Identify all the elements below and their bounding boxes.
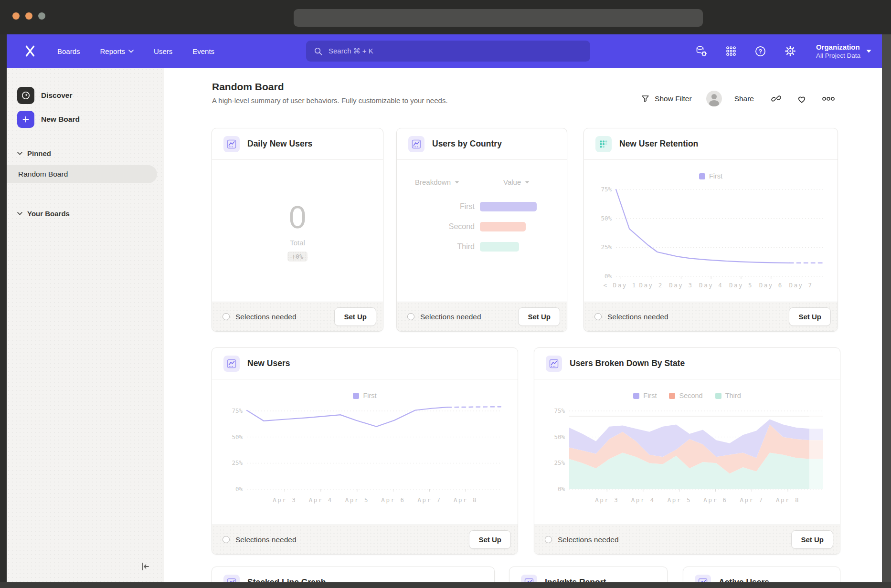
sidebar-section-pinned[interactable]: Pinned	[7, 146, 164, 160]
dropdown-label: Value	[503, 178, 521, 186]
svg-text:Day 6: Day 6	[759, 282, 783, 289]
org-name: Organization	[816, 42, 860, 52]
show-filter-button[interactable]: Show Filter	[641, 94, 692, 103]
section-label: Pinned	[27, 149, 51, 158]
chevron-down-icon	[525, 181, 530, 184]
line-chart-icon	[521, 575, 537, 583]
metric-delta-badge: ↑0%	[287, 252, 307, 262]
sidebar-section-your-boards[interactable]: Your Boards	[7, 206, 164, 220]
copy-link-button[interactable]	[771, 94, 781, 104]
mixpanel-logo-icon[interactable]	[23, 44, 37, 58]
svg-text:0%: 0%	[558, 485, 565, 493]
legend-item: Third	[715, 392, 741, 399]
svg-text:< Day 1: < Day 1	[604, 282, 637, 289]
bar	[480, 242, 519, 252]
browser-address-bar[interactable]	[294, 9, 703, 27]
country-bar-row: Second	[397, 222, 567, 231]
search-input[interactable]: Search ⌘ + K	[306, 41, 590, 62]
card-users-by-country: Users by Country Breakdown Value	[396, 128, 567, 332]
link-icon	[771, 94, 781, 104]
nav-item-users[interactable]: Users	[154, 47, 172, 55]
card-status: Selections needed	[420, 313, 481, 321]
sidebar-item-random-board[interactable]: Random Board	[7, 165, 157, 183]
line-chart-icon	[546, 356, 562, 372]
card-status: Selections needed	[558, 536, 619, 544]
bar	[480, 222, 526, 231]
legend-chip	[715, 393, 721, 399]
svg-text:Apr 5: Apr 5	[668, 496, 691, 504]
svg-text:Apr 7: Apr 7	[740, 496, 764, 504]
card-title: Users Broken Down By State	[570, 358, 685, 368]
bar-label: Third	[415, 242, 475, 251]
org-switcher[interactable]: Organization All Project Data	[816, 42, 871, 60]
settings-gear-icon[interactable]	[784, 44, 797, 58]
share-button[interactable]: Share	[734, 94, 754, 103]
svg-text:Day 4: Day 4	[699, 282, 723, 289]
sidebar-item-label: Random Board	[18, 170, 68, 178]
nav-item-boards[interactable]: Boards	[57, 47, 80, 55]
window-titlebar	[0, 0, 891, 34]
svg-text:Day 2: Day 2	[639, 282, 663, 289]
legend-label: First	[709, 172, 722, 180]
setup-button[interactable]: Set Up	[791, 530, 833, 549]
nav-item-label: Reports	[100, 47, 126, 55]
top-navbar: Boards Reports Users Events Searc	[7, 34, 882, 68]
window-minimize-button[interactable]	[25, 12, 32, 20]
org-project-scope: All Project Data	[816, 52, 860, 60]
window-zoom-button[interactable]	[38, 12, 45, 20]
chart-legend: First	[584, 172, 838, 180]
avatar[interactable]	[706, 91, 722, 106]
svg-text:Apr 4: Apr 4	[631, 496, 655, 504]
legend-chip	[353, 393, 359, 399]
favorite-button[interactable]	[796, 94, 807, 104]
svg-text:Apr 8: Apr 8	[454, 496, 477, 504]
metric-caption: Total	[290, 239, 305, 247]
svg-text:75%: 75%	[601, 186, 612, 193]
metric-big-value: 0	[289, 200, 307, 234]
sidebar-collapse-button[interactable]	[139, 560, 151, 573]
setup-button[interactable]: Set Up	[789, 307, 831, 326]
legend-label: First	[643, 392, 657, 399]
search-placeholder: Search ⌘ + K	[329, 47, 373, 55]
svg-text:Apr 8: Apr 8	[776, 496, 800, 504]
retention-line-chart: 0%25%50%75%< Day 1Day 2Day 3Day 4Day 5Da…	[594, 182, 827, 292]
chevron-down-icon	[17, 152, 22, 155]
svg-text:25%: 25%	[232, 459, 243, 466]
svg-text:50%: 50%	[554, 433, 565, 441]
sidebar: Discover New Board Pinned	[7, 68, 164, 582]
sidebar-item-discover[interactable]: Discover	[7, 87, 164, 104]
data-management-icon[interactable]	[695, 44, 708, 58]
svg-text:75%: 75%	[554, 407, 565, 414]
card-stacked-line-graph: Stacked Line Graph	[212, 567, 495, 582]
svg-text:Apr 5: Apr 5	[345, 496, 369, 504]
svg-text:75%: 75%	[232, 407, 243, 414]
card-title: Insights Report	[545, 578, 606, 582]
heart-icon	[796, 94, 807, 104]
svg-text:Day 3: Day 3	[669, 282, 693, 289]
status-radio-icon	[594, 313, 602, 320]
setup-button[interactable]: Set Up	[518, 307, 560, 326]
legend-item: First	[633, 392, 657, 399]
setup-button[interactable]: Set Up	[334, 307, 376, 326]
svg-text:Apr 6: Apr 6	[381, 496, 405, 504]
compass-icon	[17, 87, 34, 104]
nav-item-events[interactable]: Events	[192, 47, 214, 55]
setup-button[interactable]: Set Up	[469, 530, 511, 549]
legend-label: First	[363, 392, 376, 399]
more-options-button[interactable]	[822, 96, 835, 101]
breakdown-dropdown[interactable]: Breakdown	[415, 178, 459, 186]
card-title: Daily New Users	[247, 139, 312, 149]
sidebar-item-new-board[interactable]: New Board	[7, 111, 164, 128]
retention-grid-icon	[595, 136, 612, 152]
nav-item-reports[interactable]: Reports	[100, 47, 134, 55]
svg-text:25%: 25%	[601, 243, 612, 251]
value-dropdown[interactable]: Value	[503, 178, 530, 186]
bar-label: First	[415, 202, 475, 211]
apps-grid-icon[interactable]	[724, 44, 738, 58]
legend-label: Third	[725, 392, 741, 399]
chart-legend: First Second Third	[534, 392, 840, 399]
help-icon[interactable]: ?	[754, 44, 767, 58]
window-close-button[interactable]	[12, 12, 20, 20]
svg-text:Apr 6: Apr 6	[703, 496, 727, 504]
svg-text:Apr 3: Apr 3	[273, 496, 297, 504]
